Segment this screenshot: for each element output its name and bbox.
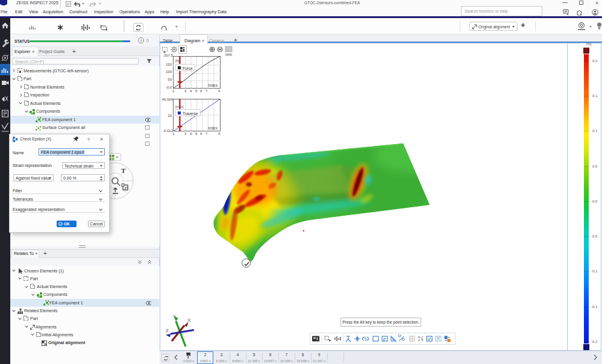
- svg-text:ε: ε: [12, 137, 14, 142]
- svg-text:mm: mm: [225, 52, 232, 57]
- svg-text:Z: Z: [166, 328, 169, 333]
- svg-text:X: X: [187, 318, 191, 323]
- svg-text:T: T: [121, 167, 126, 174]
- svg-text:Y: Y: [173, 314, 177, 319]
